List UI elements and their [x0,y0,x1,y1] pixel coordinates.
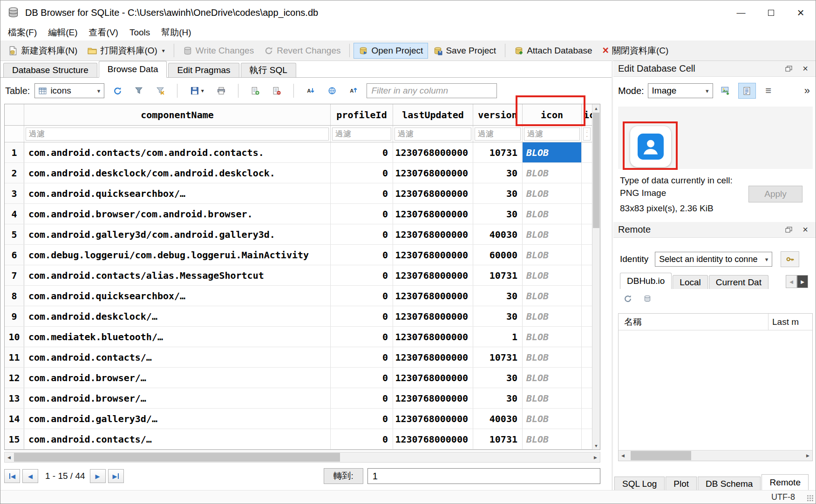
extra-cell[interactable] [582,368,592,388]
maximize-button[interactable] [756,0,786,25]
extra-cell[interactable] [582,224,592,244]
profile-id-cell[interactable]: 0 [331,306,393,326]
last-updated-cell[interactable]: 1230768000000 [393,429,473,449]
profile-id-cell[interactable]: 0 [331,265,393,285]
clear-filter-button[interactable] [152,83,169,99]
tab-dbhub[interactable]: DBHub.io [620,273,672,289]
version-cell[interactable]: 10731 [473,265,523,285]
menu-tools[interactable]: Tools [124,26,156,39]
version-cell[interactable]: 10731 [473,347,523,367]
component-name-cell[interactable]: com.mediatek.bluetooth/… [24,327,331,347]
icon-blob-cell[interactable]: BLOB [523,183,582,203]
close-database-button[interactable]: × 關閉資料庫(C) [598,42,674,60]
close-dock-button[interactable]: × [800,64,811,74]
tab-sql-log[interactable]: SQL Log [614,477,665,491]
remote-refresh-button[interactable] [622,293,634,305]
row-number-cell[interactable]: 12 [5,368,24,388]
tab-database-structure[interactable]: Database Structure [3,63,97,77]
save-results-button[interactable]: ▾ [186,83,208,99]
attach-database-button[interactable]: Attach Database [509,43,597,59]
icon-blob-cell[interactable]: BLOB [523,204,582,224]
profile-id-cell[interactable]: 0 [331,368,393,388]
row-number-cell[interactable]: 5 [5,224,24,244]
sort-asc-button[interactable]: A [302,83,319,99]
save-project-button[interactable]: Save Project [428,43,501,59]
corner-header-cell[interactable] [5,104,24,125]
row-number-cell[interactable]: 13 [5,388,24,408]
version-cell[interactable]: 40030 [473,409,523,429]
profile-id-cell[interactable]: 0 [331,409,393,429]
row-number-cell[interactable]: 15 [5,429,24,449]
component-name-cell[interactable]: com.android.quicksearchbox/… [24,183,331,203]
version-cell[interactable]: 30 [473,204,523,224]
tab-plot[interactable]: Plot [666,477,697,491]
encoding-button[interactable] [324,83,340,99]
row-number-cell[interactable]: 1 [5,142,24,162]
apply-button[interactable]: Apply [748,186,802,202]
profile-id-cell[interactable]: 0 [331,327,393,347]
clone-database-button[interactable] [641,293,653,305]
version-cell[interactable]: 10731 [473,142,523,162]
component-name-cell[interactable]: com.android.browser/com.android.browser. [24,204,331,224]
last-updated-cell[interactable]: 1230768000000 [393,265,473,285]
filter-button[interactable] [130,83,147,99]
filter-version-input[interactable] [475,128,521,141]
component-name-cell[interactable]: com.android.browser/… [24,368,331,388]
scroll-down-icon[interactable]: ▼ [592,442,600,450]
icon-blob-cell[interactable]: BLOB [523,429,582,449]
icon-blob-cell[interactable]: BLOB [523,388,582,408]
scroll-right-icon[interactable]: ▶ [803,450,812,461]
last-updated-cell[interactable]: 1230768000000 [393,245,473,265]
header-componentName[interactable]: componentName [24,104,331,125]
icon-blob-cell[interactable]: BLOB [523,163,582,183]
header-last-modified[interactable]: Last m [768,314,812,330]
profile-id-cell[interactable]: 0 [331,388,393,408]
open-project-button[interactable]: Open Project [354,43,428,59]
menu-file[interactable]: 檔案(F) [2,25,42,40]
row-number-cell[interactable]: 6 [5,245,24,265]
first-page-button[interactable]: ◀ [4,469,20,483]
header-profileId[interactable]: profileId [331,104,393,125]
remote-horizontal-scrollbar[interactable]: ◀ ▶ [619,450,812,461]
minimize-button[interactable]: — [726,0,756,25]
profile-id-cell[interactable]: 0 [331,245,393,265]
icon-blob-cell[interactable]: BLOB [523,306,582,326]
version-cell[interactable]: 30 [473,286,523,306]
version-cell[interactable]: 10731 [473,429,523,449]
grid-horizontal-scrollbar[interactable]: ◀ ▶ [4,452,600,463]
header-truncated[interactable]: ic [582,104,592,125]
extra-cell[interactable] [582,306,592,326]
filter-icon-input[interactable] [524,128,580,141]
icon-blob-cell[interactable]: BLOB [523,265,582,285]
component-name-cell[interactable]: com.android.deskclock/… [24,306,331,326]
float-dock-button[interactable] [783,225,794,235]
tab-scroll-left-button[interactable]: ◀ [786,275,797,288]
profile-id-cell[interactable]: 0 [331,224,393,244]
scroll-left-icon[interactable]: ◀ [5,452,14,462]
row-number-cell[interactable]: 7 [5,265,24,285]
filter-lastUpdated-input[interactable] [394,128,471,141]
goto-input[interactable] [367,468,600,484]
version-cell[interactable]: 30 [473,368,523,388]
icon-blob-cell[interactable]: BLOB [523,409,582,429]
icon-blob-cell[interactable]: BLOB [523,347,582,367]
component-name-cell[interactable]: com.android.contacts/alias.MessageShortc… [24,265,331,285]
scroll-right-icon[interactable]: ▶ [591,452,600,462]
tab-current-database[interactable]: Current Dat [709,275,768,289]
last-updated-cell[interactable]: 1230768000000 [393,204,473,224]
row-number-cell[interactable]: 3 [5,183,24,203]
grid-vertical-scrollbar[interactable]: ▲ ▼ [592,104,600,450]
last-page-button[interactable]: ▶ [108,469,124,483]
close-dock-button[interactable]: × [800,225,811,235]
profile-id-cell[interactable]: 0 [331,429,393,449]
component-name-cell[interactable]: com.android.gallery3d/com.android.galler… [24,224,331,244]
component-name-cell[interactable]: com.android.contacts/com.android.contact… [24,142,331,162]
last-updated-cell[interactable]: 1230768000000 [393,163,473,183]
profile-id-cell[interactable]: 0 [331,286,393,306]
extra-cell[interactable] [582,429,592,449]
profile-id-cell[interactable]: 0 [331,204,393,224]
horizontal-scroll-thumb[interactable] [631,451,691,460]
global-filter-input[interactable] [367,83,497,98]
menu-edit[interactable]: 編輯(E) [42,25,83,40]
extra-cell[interactable] [582,245,592,265]
